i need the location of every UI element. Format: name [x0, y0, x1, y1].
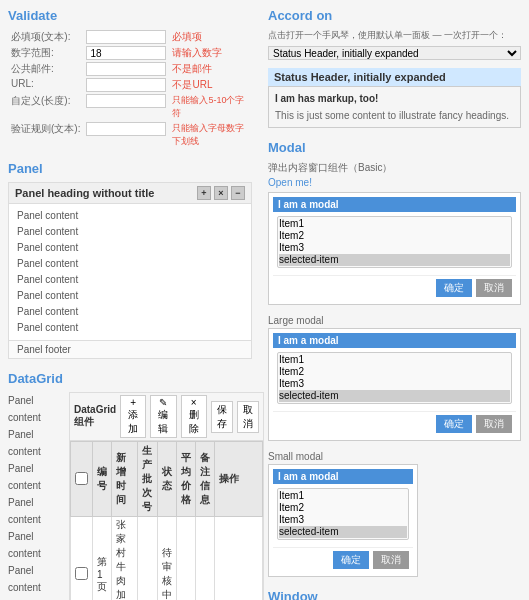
dg-cell-batch — [137, 517, 157, 601]
modal-cancel-btn-large[interactable]: 取消 — [476, 415, 512, 433]
modal-ok-btn[interactable]: 确定 — [436, 279, 472, 297]
dg-save-btn[interactable]: 保存 — [211, 401, 233, 433]
dg-cell-name: 张家村牛肉加工厂 — [112, 517, 138, 601]
validate-label: URL: — [8, 77, 83, 93]
validate-label: 自定义(长度): — [8, 93, 83, 121]
table-row: 第1页 张家村牛肉加工厂 待审核中 — [71, 517, 263, 601]
modal-select-large[interactable]: Item1 Item2 Item3 selected-item — [277, 352, 512, 404]
validate-row: 自定义(长度): 只能输入5-10个字符 — [8, 93, 252, 121]
modal-body-large: Item1 Item2 Item3 selected-item — [273, 348, 516, 411]
panel-content-item: Panel content — [17, 224, 243, 240]
list-item: Panel content — [8, 562, 63, 596]
modal-select-small[interactable]: Item1 Item2 Item3 selected-item — [277, 488, 409, 540]
validate-label: 验证规则(文本): — [8, 121, 83, 149]
panel-icon-close[interactable]: × — [214, 186, 228, 200]
row-checkbox[interactable] — [75, 567, 88, 580]
datagrid-box-label: DataGrid组件 — [74, 404, 116, 429]
validate-input-cell — [83, 93, 169, 121]
datagrid-left-list: Panel content Panel content Panel conten… — [8, 392, 63, 600]
modal-open-btn-1[interactable]: Open me! — [268, 177, 312, 188]
dg-col-check — [71, 442, 93, 517]
validate-note-1: 只能输入5-10个字符 — [169, 93, 252, 121]
modal-large: Large modal I am a modal Item1 Item2 Ite… — [268, 315, 521, 441]
dg-edit-btn[interactable]: ✎ 编辑 — [150, 395, 177, 438]
modal-cancel-btn-small[interactable]: 取消 — [373, 551, 409, 569]
dg-col-remark: 备注信息 — [195, 442, 214, 517]
dg-col-id: 编号 — [93, 442, 112, 517]
validate-input-4[interactable] — [86, 78, 166, 92]
validate-input-cell — [83, 121, 169, 149]
validate-input-6[interactable] — [86, 122, 166, 136]
main-content: Validate 必填项(文本): 必填项 数字范围: 请输入数字 公共邮件: — [0, 0, 529, 600]
panel-title: Panel — [8, 161, 252, 176]
modal-box-small: I am a modal Item1 Item2 Item3 selected-… — [268, 464, 418, 577]
dg-delete-btn[interactable]: × 删除 — [181, 395, 207, 438]
datagrid-title: DataGrid — [8, 371, 252, 386]
dg-cancel-btn[interactable]: 取消 — [237, 401, 259, 433]
modal-label-1: 弹出内容窗口组件（Basic） — [268, 161, 521, 175]
modal-open-row: Open me! — [268, 177, 521, 188]
validate-input-1[interactable] — [86, 30, 166, 44]
list-item: Panel content — [8, 460, 63, 494]
dg-add-btn[interactable]: + 添加 — [120, 395, 146, 438]
validate-row: 验证规则(文本): 只能输入字母数字下划线 — [8, 121, 252, 149]
dg-col-action: 操作 — [214, 442, 262, 517]
modal-option: selected-item — [279, 526, 407, 538]
modal-select[interactable]: Item1 Item2 Item3 selected-item — [277, 216, 512, 268]
validate-input-cell — [83, 61, 169, 77]
modal-small: Small modal I am a modal Item1 Item2 Ite… — [268, 451, 521, 577]
modal-box-basic: I am a modal Item1 Item2 Item3 selected-… — [268, 192, 521, 305]
datagrid-wrapper: Panel content Panel content Panel conten… — [8, 392, 252, 600]
modal-ok-btn-small[interactable]: 确定 — [333, 551, 369, 569]
panel-content-item: Panel content — [17, 288, 243, 304]
validate-input-3[interactable] — [86, 62, 166, 76]
validate-error-2: 请输入数字 — [169, 45, 252, 61]
dg-col-status: 状态 — [157, 442, 176, 517]
panel-content-item: Panel content — [17, 256, 243, 272]
modal-option: selected-item — [279, 390, 510, 402]
validate-error-4: 不是URL — [169, 77, 252, 93]
dg-select-all[interactable] — [75, 472, 88, 485]
validate-note-2: 只能输入字母数字下划线 — [169, 121, 252, 149]
validate-row: 数字范围: 请输入数字 — [8, 45, 252, 61]
validate-input-2[interactable] — [86, 46, 166, 60]
modal-option: Item2 — [279, 366, 510, 378]
page-wrapper: Validate 必填项(文本): 必填项 数字范围: 请输入数字 公共邮件: — [0, 0, 529, 600]
modal-cancel-btn[interactable]: 取消 — [476, 279, 512, 297]
dg-col-time: 新增时间 — [112, 442, 138, 517]
datagrid-table: 编号 新增时间 生产批次号 状态 平均价格 备注信息 操作 — [70, 441, 263, 600]
panel-body: Panel content Panel content Panel conten… — [9, 204, 251, 340]
modal-basic: 弹出内容窗口组件（Basic） Open me! I am a modal It… — [268, 161, 521, 305]
dg-col-batch: 生产批次号 — [137, 442, 157, 517]
panel-section: Panel Panel heading without title + × − … — [8, 161, 252, 359]
datagrid-box: DataGrid组件 + 添加 ✎ 编辑 × 删除 保存 取消 — [69, 392, 264, 600]
panel-content-item: Panel content — [17, 304, 243, 320]
modal-body-small: Item1 Item2 Item3 selected-item — [273, 484, 413, 547]
modal-option: Item2 — [279, 230, 510, 242]
modal-footer-small: 确定 取消 — [273, 547, 413, 572]
panel-icon-add[interactable]: + — [197, 186, 211, 200]
validate-input-5[interactable] — [86, 94, 166, 108]
panel-content-item: Panel content — [17, 240, 243, 256]
modal-option: Item2 — [279, 502, 407, 514]
modal-label-small: Small modal — [268, 451, 521, 462]
modal-option: Item3 — [279, 242, 510, 254]
accordion-select[interactable]: Status Header, initially expanded — [268, 46, 521, 60]
modal-body: Item1 Item2 Item3 selected-item — [273, 212, 516, 275]
modal-footer-large: 确定 取消 — [273, 411, 516, 436]
panel-content-item: Panel content — [17, 320, 243, 336]
modal-ok-btn-large[interactable]: 确定 — [436, 415, 472, 433]
modal-title-bar: I am a modal — [273, 197, 516, 212]
panel-icon-minimize[interactable]: − — [231, 186, 245, 200]
panel-content-item: Panel content — [17, 208, 243, 224]
modal-option: Item1 — [279, 490, 407, 502]
dg-cell-check — [71, 517, 93, 601]
panel-icons: + × − — [197, 186, 245, 200]
accordion-desc: 点击打开一个手风琴，使用默认单一面板 — 一次打开一个： — [268, 29, 521, 42]
modal-box-large: I am a modal Item1 Item2 Item3 selected-… — [268, 328, 521, 441]
modal-title-bar-large: I am a modal — [273, 333, 516, 348]
datagrid-main: DataGrid组件 + 添加 ✎ 编辑 × 删除 保存 取消 — [69, 392, 264, 600]
validate-row: 公共邮件: 不是邮件 — [8, 61, 252, 77]
accordion-section: Accord on 点击打开一个手风琴，使用默认单一面板 — 一次打开一个： S… — [268, 8, 521, 128]
accordion-header-1[interactable]: Status Header, initially expanded — [268, 68, 521, 87]
